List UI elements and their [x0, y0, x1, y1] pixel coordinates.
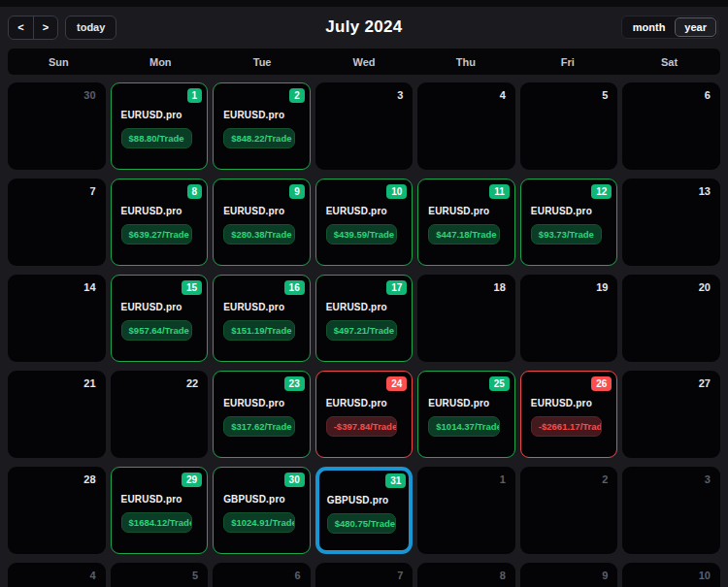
trade-value-pill: $1024.91/Trade [223, 512, 295, 533]
day-number: 5 [602, 89, 608, 101]
day-cell-14[interactable]: 14 [8, 275, 106, 362]
day-number-badge: 1 [187, 88, 203, 103]
day-cell-22[interactable]: 22 [111, 371, 209, 458]
day-number-badge: 8 [187, 184, 203, 199]
weekday-fri: Fri [516, 56, 618, 68]
day-cell-3-other[interactable]: 3 [622, 467, 720, 554]
trade-value-pill: $447.18/Trade [428, 224, 500, 245]
day-cell-5-other[interactable]: 5 [111, 563, 209, 587]
trade-value-pill: $280.38/Trade [223, 224, 295, 245]
day-cell-2-other[interactable]: 2 [520, 467, 618, 554]
day-cell-26[interactable]: 26EURUSD.pro-$2661.17/Trade [520, 371, 618, 458]
day-cell-9[interactable]: 9EURUSD.pro$280.38/Trade [213, 179, 311, 266]
trade-symbol: EURUSD.pro [121, 302, 182, 312]
day-cell-8-other[interactable]: 8 [417, 563, 515, 587]
day-cell-18[interactable]: 18 [417, 275, 515, 362]
day-cell-24[interactable]: 24EURUSD.pro-$397.84/Trade [315, 371, 414, 458]
day-number-badge: 29 [182, 473, 202, 487]
day-cell-7-other[interactable]: 7 [315, 563, 414, 587]
day-cell-17[interactable]: 17EURUSD.pro$497.21/Trade [315, 275, 414, 362]
day-cell-19[interactable]: 19 [520, 275, 618, 362]
next-month-button[interactable]: > [33, 16, 57, 39]
trade-value-pill: $1684.12/Trade [121, 512, 193, 533]
day-cell-2[interactable]: 2EURUSD.pro$848.22/Trade [213, 82, 311, 170]
day-number: 18 [494, 281, 506, 293]
day-number-badge: 2 [289, 88, 305, 103]
trade-value-pill: $639.27/Trade [121, 224, 193, 245]
day-cell-29[interactable]: 29EURUSD.pro$1684.12/Trade [111, 467, 209, 554]
calendar-grid: 301EURUSD.pro$88.80/Trade2EURUSD.pro$848… [8, 82, 720, 587]
day-cell-10-other[interactable]: 10 [622, 563, 720, 587]
trade-symbol: EURUSD.pro [121, 494, 182, 505]
day-number: 3 [397, 89, 403, 101]
day-cell-1-other[interactable]: 1 [417, 467, 515, 554]
day-cell-30[interactable]: 30GBPUSD.pro$1024.91/Trade [213, 467, 311, 554]
weekday-sun: Sun [8, 56, 110, 68]
day-cell-1[interactable]: 1EURUSD.pro$88.80/Trade [111, 82, 209, 170]
day-cell-4-other[interactable]: 4 [8, 563, 106, 587]
day-number-badge: 31 [385, 473, 406, 488]
trade-symbol: EURUSD.pro [121, 110, 182, 120]
trade-symbol: EURUSD.pro [531, 398, 592, 408]
day-number-badge: 17 [386, 280, 407, 295]
day-cell-21[interactable]: 21 [8, 371, 106, 458]
day-cell-30-other[interactable]: 30 [8, 82, 106, 170]
day-number: 3 [705, 473, 711, 485]
prev-month-button[interactable]: < [9, 16, 33, 39]
day-number: 28 [83, 473, 95, 485]
day-cell-23[interactable]: 23EURUSD.pro$317.62/Trade [213, 371, 311, 458]
day-cell-10[interactable]: 10EURUSD.pro$439.59/Trade [315, 179, 414, 266]
day-number-badge: 23 [284, 376, 305, 391]
day-cell-11[interactable]: 11EURUSD.pro$447.18/Trade [417, 179, 515, 266]
day-cell-6-other[interactable]: 6 [213, 563, 311, 587]
day-cell-8[interactable]: 8EURUSD.pro$639.27/Trade [111, 179, 209, 266]
day-number: 5 [192, 570, 198, 581]
trade-symbol: EURUSD.pro [223, 302, 284, 312]
weekday-sat: Sat [618, 56, 720, 68]
trade-symbol: GBPUSD.pro [327, 495, 389, 505]
trade-value-pill: $88.80/Trade [121, 128, 193, 148]
day-cell-9-other[interactable]: 9 [520, 563, 618, 587]
trade-value-pill: $439.59/Trade [326, 224, 398, 245]
toolbar: < > today July 2024 month year [0, 7, 728, 47]
day-number: 20 [699, 281, 711, 293]
day-number: 7 [397, 570, 403, 581]
trade-symbol: EURUSD.pro [223, 110, 284, 120]
weekday-header: Sun Mon Tue Wed Thu Fri Sat [8, 49, 720, 75]
day-number: 27 [699, 377, 711, 389]
day-cell-12[interactable]: 12EURUSD.pro$93.73/Trade [520, 179, 618, 266]
day-cell-25[interactable]: 25EURUSD.pro$1014.37/Trade [417, 371, 515, 458]
trade-symbol: EURUSD.pro [121, 206, 182, 216]
month-view-button[interactable]: month [623, 17, 676, 37]
day-number: 9 [602, 570, 608, 581]
day-cell-31[interactable]: 31GBPUSD.pro$480.75/Trade [315, 467, 414, 554]
day-number-badge: 30 [284, 473, 305, 487]
day-cell-16[interactable]: 16EURUSD.pro$151.19/Trade [213, 275, 311, 362]
trade-value-pill: $497.21/Trade [326, 320, 398, 341]
today-button[interactable]: today [65, 16, 116, 40]
trade-symbol: EURUSD.pro [223, 206, 284, 216]
chevron-right-icon: > [43, 21, 49, 33]
view-switcher: month year [621, 16, 718, 39]
trade-value-pill: -$397.84/Trade [326, 416, 398, 437]
day-cell-27[interactable]: 27 [622, 371, 720, 458]
weekday-wed: Wed [314, 56, 415, 68]
day-number-badge: 15 [182, 280, 202, 295]
weekday-thu: Thu [414, 56, 516, 68]
trade-value-pill: $151.19/Trade [223, 320, 295, 341]
trade-symbol: EURUSD.pro [428, 206, 489, 216]
day-cell-6[interactable]: 6 [622, 82, 720, 170]
day-cell-3[interactable]: 3 [315, 82, 414, 170]
day-cell-7[interactable]: 7 [8, 179, 106, 266]
day-cell-15[interactable]: 15EURUSD.pro$957.64/Trade [111, 275, 209, 362]
chevron-left-icon: < [17, 21, 23, 33]
day-number-badge: 9 [289, 184, 305, 199]
trade-symbol: EURUSD.pro [326, 398, 387, 408]
day-cell-4[interactable]: 4 [417, 82, 515, 170]
year-view-button[interactable]: year [675, 17, 716, 37]
day-cell-13[interactable]: 13 [622, 179, 720, 266]
trade-value-pill: $480.75/Trade [327, 513, 397, 534]
day-cell-28[interactable]: 28 [8, 467, 106, 554]
day-cell-20[interactable]: 20 [622, 275, 720, 362]
day-cell-5[interactable]: 5 [520, 82, 618, 170]
